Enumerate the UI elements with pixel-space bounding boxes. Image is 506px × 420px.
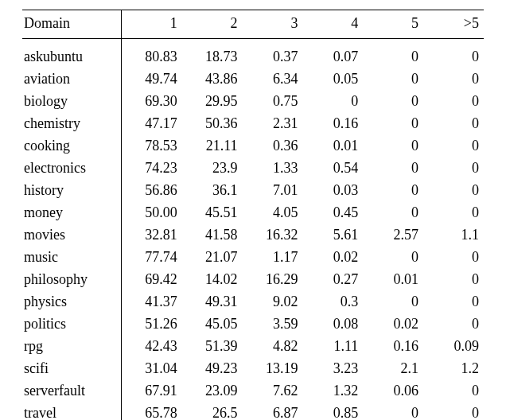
- cell-value: 3.59: [243, 313, 303, 336]
- col-header-gt5: >5: [423, 10, 484, 39]
- table-row: money50.0045.514.050.4500: [22, 202, 484, 224]
- cell-domain: movies: [22, 224, 122, 247]
- cell-value: 36.1: [182, 180, 243, 202]
- cell-value: 69.42: [122, 269, 182, 291]
- cell-value: 13.19: [243, 358, 303, 380]
- cell-value: 0: [423, 39, 484, 68]
- cell-value: 0: [302, 91, 363, 113]
- cell-value: 0: [423, 380, 484, 402]
- cell-value: 56.86: [122, 180, 182, 202]
- cell-value: 0: [423, 202, 484, 224]
- cell-value: 0: [423, 247, 484, 269]
- cell-domain: money: [22, 202, 122, 224]
- cell-value: 0.05: [302, 68, 363, 91]
- cell-value: 0.27: [302, 269, 363, 291]
- cell-domain: rpg: [22, 336, 122, 358]
- cell-value: 77.74: [122, 247, 182, 269]
- col-header-3: 3: [243, 10, 303, 39]
- cell-value: 0: [423, 291, 484, 313]
- cell-value: 67.91: [122, 380, 182, 402]
- cell-value: 1.32: [302, 380, 363, 402]
- table-row: politics51.2645.053.590.080.020: [22, 313, 484, 336]
- table-row: electronics74.2323.91.330.5400: [22, 158, 484, 180]
- cell-value: 6.34: [243, 68, 303, 91]
- cell-value: 0.03: [302, 180, 363, 202]
- cell-value: 0: [363, 39, 423, 68]
- table-row: movies32.8141.5816.325.612.571.1: [22, 224, 484, 247]
- table-row: philosophy69.4214.0216.290.270.010: [22, 269, 484, 291]
- data-table: Domain 1 2 3 4 5 >5 askubuntu80.8318.730…: [22, 10, 484, 420]
- cell-value: 0: [363, 247, 423, 269]
- cell-value: 0.3: [302, 291, 363, 313]
- table-row: serverfault67.9123.097.621.320.060: [22, 380, 484, 402]
- cell-value: 0: [363, 113, 423, 135]
- cell-value: 0: [423, 113, 484, 135]
- cell-domain: travel: [22, 402, 122, 421]
- cell-domain: scifi: [22, 358, 122, 380]
- cell-value: 0: [363, 180, 423, 202]
- cell-value: 32.81: [122, 224, 182, 247]
- cell-domain: philosophy: [22, 269, 122, 291]
- cell-domain: biology: [22, 91, 122, 113]
- cell-value: 23.09: [182, 380, 243, 402]
- cell-domain: aviation: [22, 68, 122, 91]
- cell-value: 0: [363, 68, 423, 91]
- cell-value: 1.11: [302, 336, 363, 358]
- cell-value: 1.17: [243, 247, 303, 269]
- cell-value: 9.02: [243, 291, 303, 313]
- cell-domain: chemistry: [22, 113, 122, 135]
- table-row: biology69.3029.950.75000: [22, 91, 484, 113]
- table-row: rpg42.4351.394.821.110.160.09: [22, 336, 484, 358]
- cell-value: 16.29: [243, 269, 303, 291]
- cell-value: 78.53: [122, 135, 182, 158]
- cell-value: 49.31: [182, 291, 243, 313]
- cell-value: 47.17: [122, 113, 182, 135]
- col-header-domain: Domain: [22, 10, 122, 39]
- table-body: askubuntu80.8318.730.370.0700aviation49.…: [22, 39, 484, 421]
- cell-value: 5.61: [302, 224, 363, 247]
- cell-value: 0.36: [243, 135, 303, 158]
- cell-value: 0: [363, 135, 423, 158]
- header-row: Domain 1 2 3 4 5 >5: [22, 10, 484, 39]
- col-header-2: 2: [182, 10, 243, 39]
- cell-value: 0: [423, 158, 484, 180]
- cell-value: 26.5: [182, 402, 243, 421]
- cell-value: 0.85: [302, 402, 363, 421]
- cell-value: 0.01: [363, 269, 423, 291]
- cell-value: 6.87: [243, 402, 303, 421]
- cell-domain: music: [22, 247, 122, 269]
- cell-value: 31.04: [122, 358, 182, 380]
- cell-value: 0.16: [363, 336, 423, 358]
- cell-value: 1.33: [243, 158, 303, 180]
- cell-value: 41.58: [182, 224, 243, 247]
- cell-value: 41.37: [122, 291, 182, 313]
- cell-value: 51.26: [122, 313, 182, 336]
- cell-value: 0.09: [423, 336, 484, 358]
- col-header-5: 5: [363, 10, 423, 39]
- cell-value: 50.36: [182, 113, 243, 135]
- table-row: scifi31.0449.2313.193.232.11.2: [22, 358, 484, 380]
- cell-value: 0.06: [363, 380, 423, 402]
- cell-domain: history: [22, 180, 122, 202]
- cell-value: 0: [423, 313, 484, 336]
- cell-value: 0: [363, 202, 423, 224]
- cell-domain: askubuntu: [22, 39, 122, 68]
- cell-value: 49.23: [182, 358, 243, 380]
- cell-value: 0: [363, 291, 423, 313]
- cell-domain: serverfault: [22, 380, 122, 402]
- cell-value: 42.43: [122, 336, 182, 358]
- cell-value: 0.02: [302, 247, 363, 269]
- cell-value: 0.07: [302, 39, 363, 68]
- table-row: cooking78.5321.110.360.0100: [22, 135, 484, 158]
- cell-value: 0.16: [302, 113, 363, 135]
- cell-value: 4.82: [243, 336, 303, 358]
- cell-value: 0: [423, 180, 484, 202]
- cell-value: 0.75: [243, 91, 303, 113]
- cell-value: 69.30: [122, 91, 182, 113]
- cell-value: 45.51: [182, 202, 243, 224]
- cell-value: 49.74: [122, 68, 182, 91]
- cell-value: 14.02: [182, 269, 243, 291]
- cell-value: 21.07: [182, 247, 243, 269]
- col-header-4: 4: [302, 10, 363, 39]
- cell-value: 65.78: [122, 402, 182, 421]
